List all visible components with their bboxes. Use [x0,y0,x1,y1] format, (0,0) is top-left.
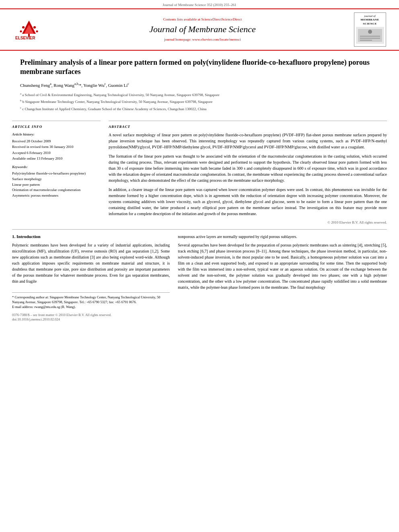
abstract-para-3: In addition, a clearer image of the line… [109,187,387,217]
citation-text: Journal of Membrane Science 352 (2010) 2… [162,3,236,7]
keyword-4: Orientation of macromolecular conglomera… [12,187,101,193]
contents-line: Contents lists available at ScienceDirec… [52,17,353,22]
sciencedirect-link[interactable]: ScienceDirect [201,17,221,21]
journal-center: Contents lists available at ScienceDirec… [52,17,353,42]
intro-title: 1. Introduction [12,234,170,240]
history-label: Article history: [12,132,101,137]
contents-text: Contents lists available at [163,17,200,21]
svg-text:ELSEVIER: ELSEVIER [15,36,35,40]
affiliation-c: c c Changchun Institute of Applied Chemi… [20,106,379,112]
svg-rect-12 [360,36,380,37]
journal-title: Journal of Membrane Science [52,23,353,36]
received-date: Received 28 October 2009 [12,139,101,144]
article-info-column: ARTICLE INFO Article history: Received 2… [12,121,101,225]
svg-point-5 [33,26,36,29]
corresponding-author-note: * Corresponding author at: Singapore Mem… [12,295,170,305]
abstract-para-1: A novel surface morphology of linear por… [109,132,387,150]
svg-rect-13 [360,38,380,39]
keyword-3: Linear pore pattern [12,182,101,187]
accepted-date: Accepted 6 February 2010 [12,150,101,156]
email-note: E-mail address: rwang@ntu.edu.sg (R. Wan… [12,305,170,310]
journal-homepage: journal homepage: www.elsevier.com/locat… [52,37,353,42]
homepage-label: journal homepage: [164,37,191,41]
issn-text: 0376-7388/$ – see front matter © 2010 El… [12,313,170,318]
authors: Chunsheng Fenga, Rong Wanga,b,*, Yonglie… [20,82,379,88]
keyword-1: Poly(vinylidene fluoride-co-hexafluoro p… [12,171,101,176]
intro-body-left: Polymeric membranes have been developed … [12,242,170,284]
keyword-2: Surface morphology [12,177,101,182]
footnote-section: * Corresponding author at: Singapore Mem… [12,292,170,310]
intro-body-right: nonporous active layers are normally sup… [178,234,387,290]
body-left-column: 1. Introduction Polymeric membranes have… [12,234,170,322]
affiliation-b: b b Singapore Membrane Technology Center… [20,99,379,105]
received-revised-date: Received in revised form 30 January 2010 [12,144,101,150]
issn-doi: 0376-7388/$ – see front matter © 2010 El… [12,313,170,322]
copyright: © 2010 Elsevier B.V. All rights reserved… [109,220,387,225]
abstract-column: ABSTRACT A novel surface morphology of l… [109,121,387,225]
journal-header: ELSEVIER Contents lists available at Sci… [0,8,399,51]
page: Journal of Membrane Science 352 (2010) 2… [0,0,399,532]
jms-logo-box: journal of MEMBRANESCIENCE [354,12,386,47]
doi-text: doi:10.1016/j.memsci.2010.02.024 [12,317,170,322]
intro-right-para-2: Several approaches have been developed f… [178,242,387,290]
journal-logo-right: journal of MEMBRANESCIENCE [353,12,387,47]
affiliations: a a School of Civil & Environmental Engi… [20,92,379,112]
homepage-url[interactable]: www.elsevier.com/locate/memsci [192,37,241,41]
article-main-title: Preliminary analysis of a linear pore pa… [20,58,379,77]
body-right-column: nonporous active layers are normally sup… [178,234,387,322]
svg-rect-14 [360,40,372,41]
intro-right-para-1: nonporous active layers are normally sup… [178,234,387,240]
abstract-heading: ABSTRACT [109,124,387,129]
available-date: Available online 13 February 2010 [12,156,101,161]
svg-point-4 [22,26,25,29]
keyword-5: Asymmetric porous membranes [12,193,101,198]
jms-logo-subtitle: MEMBRANESCIENCE [356,18,384,26]
svg-point-7 [36,31,38,33]
journal-citation: Journal of Membrane Science 352 (2010) 2… [0,0,399,8]
abstract-text: A novel surface morphology of linear por… [109,132,387,217]
article-title-section: Preliminary analysis of a linear pore pa… [0,51,399,117]
affiliation-a: a a School of Civil & Environmental Engi… [20,92,379,98]
sciencedirect-name: ScienceDirect [222,17,242,21]
article-info-heading: ARTICLE INFO [12,124,101,129]
abstract-para-2: The formation of the linear pore pattern… [109,153,387,183]
body-section: 1. Introduction Polymeric membranes have… [0,230,399,322]
keywords-label: Keywords: [12,164,101,170]
jms-logo-title: journal of [356,14,384,18]
svg-point-11 [368,30,372,34]
elsevier-logo: ELSEVIER [12,16,52,42]
svg-point-6 [20,31,22,33]
intro-para-1: Polymeric membranes have been developed … [12,242,170,284]
article-info-abstract-section: ARTICLE INFO Article history: Received 2… [0,117,399,225]
